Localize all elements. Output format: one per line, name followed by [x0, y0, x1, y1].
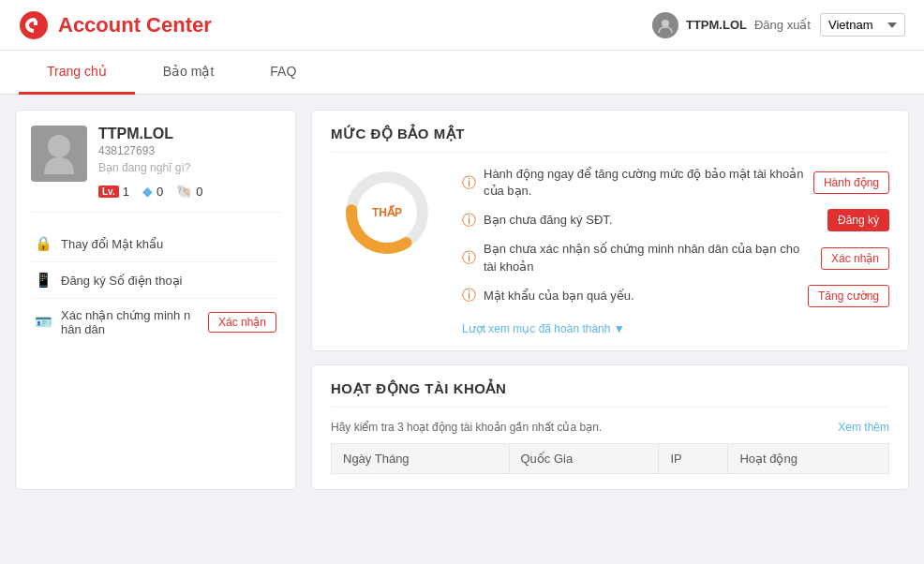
shell-icon: 🐚 [176, 184, 192, 199]
user-avatar-small [652, 12, 678, 38]
diamond-stat: ◆ 0 [142, 184, 163, 199]
menu-label-id: Xác nhận chứng minh nhân dân [61, 308, 199, 336]
user-info: TTPM.LOL Đăng xuất [652, 12, 811, 38]
menu-item-phone[interactable]: 📱 Đăng ký Số điện thoại [31, 262, 280, 299]
col-ip: IP [659, 443, 728, 473]
diamond-icon: ◆ [142, 184, 153, 199]
shell-stat: 🐚 0 [176, 184, 202, 199]
profile-id: 438127693 [98, 144, 280, 157]
profile-info: TTPM.LOL 438127693 Bạn đang nghĩ gì? Lv.… [98, 126, 280, 199]
profile-divider [31, 212, 280, 213]
warn-icon-3: ⓘ [462, 287, 476, 304]
security-content: THẤP ⓘ Hành động ngay để tăng cường mức … [331, 166, 889, 335]
lock-icon: 🔒 [35, 235, 52, 252]
profile-section: TTPM.LOL 438127693 Bạn đang nghĩ gì? Lv.… [31, 126, 280, 199]
col-country: Quốc Gia [509, 443, 659, 473]
menu-item-id-verify[interactable]: 🪪 Xác nhận chứng minh nhân dân Xác nhận [31, 299, 280, 346]
menu-items: 🔒 Thay đổi Mật khẩu 📱 Đăng ký Số điện th… [31, 226, 280, 346]
header-right: TTPM.LOL Đăng xuất Vietnam Thailand Indo… [652, 12, 905, 38]
security-level-label: THẤP [372, 206, 402, 219]
svg-point-2 [48, 135, 70, 157]
profile-status-placeholder: Bạn đang nghĩ gì? [98, 161, 280, 174]
avatar [31, 126, 87, 182]
menu-label-password: Thay đổi Mật khẩu [61, 237, 276, 251]
id-verify-button[interactable]: Xác nhận [208, 312, 276, 333]
action-btn-2[interactable]: Xác nhận [821, 247, 889, 270]
app-title: Account Center [58, 13, 212, 37]
action-btn-1[interactable]: Đăng ký [827, 209, 889, 231]
tab-trang-chu[interactable]: Trang chủ [19, 51, 135, 95]
level-value: 1 [123, 185, 129, 199]
action-btn-3[interactable]: Tăng cường [808, 285, 889, 307]
activity-table: Ngày Tháng Quốc Gia IP Hoạt động [331, 443, 889, 474]
header-username: TTPM.LOL [686, 18, 747, 32]
view-more-label: Lượt xem mục đã hoàn thành ▼ [462, 322, 625, 335]
activity-desc: Hãy kiểm tra 3 hoạt động tài khoản gần n… [331, 421, 602, 434]
security-item-1: ⓘ Bạn chưa đăng ký SĐT. Đăng ký [462, 209, 889, 231]
level-badge: Lv. [98, 186, 119, 198]
tab-faq[interactable]: FAQ [242, 51, 324, 95]
right-panel: MỨC ĐỘ BẢO MẬT THẤP [311, 110, 909, 490]
security-item-3: ⓘ Mật khẩu của bạn quá yếu. Tăng cường [462, 285, 889, 307]
menu-item-password[interactable]: 🔒 Thay đổi Mật khẩu [31, 226, 280, 262]
menu-label-phone: Đăng ký Số điện thoại [61, 274, 276, 288]
security-items: ⓘ Hành động ngay để tăng cường mức độ bả… [462, 166, 889, 335]
profile-name: TTPM.LOL [98, 126, 280, 142]
security-text-0: Hành động ngay để tăng cường mức độ bảo … [484, 166, 806, 200]
profile-stats: Lv. 1 ◆ 0 🐚 0 [98, 184, 280, 199]
country-select[interactable]: Vietnam Thailand Indonesia [820, 13, 905, 37]
svg-point-1 [662, 20, 669, 27]
phone-icon: 📱 [35, 272, 52, 289]
security-text-1: Bạn chưa đăng ký SĐT. [484, 212, 820, 229]
logout-button[interactable]: Đăng xuất [754, 18, 811, 32]
garena-logo-icon [19, 10, 49, 40]
diamond-value: 0 [156, 185, 163, 199]
main-content: TTPM.LOL 438127693 Bạn đang nghĩ gì? Lv.… [0, 95, 924, 505]
col-action: Hoạt động [728, 443, 889, 473]
col-date: Ngày Tháng [332, 443, 510, 473]
tab-bao-mat[interactable]: Bảo mật [135, 51, 243, 95]
left-panel: TTPM.LOL 438127693 Bạn đang nghĩ gì? Lv.… [15, 110, 296, 490]
security-chart: THẤP [331, 166, 443, 260]
security-text-2: Bạn chưa xác nhận số chứng minh nhân dân… [484, 241, 813, 275]
donut-chart: THẤP [340, 166, 434, 260]
id-card-icon: 🪪 [35, 314, 52, 331]
header: Account Center TTPM.LOL Đăng xuất Vietna… [0, 0, 924, 51]
security-item-2: ⓘ Bạn chưa xác nhận số chứng minh nhân d… [462, 241, 889, 275]
view-more-link[interactable]: Lượt xem mục đã hoàn thành ▼ [462, 322, 889, 335]
activity-card: HOẠT ĐỘNG TÀI KHOẢN Hãy kiểm tra 3 hoạt … [311, 364, 909, 490]
table-header-row: Ngày Tháng Quốc Gia IP Hoạt động [332, 443, 889, 473]
nav-tabs: Trang chủ Bảo mật FAQ [0, 51, 924, 95]
warn-icon-2: ⓘ [462, 249, 476, 267]
warn-icon-1: ⓘ [462, 212, 476, 230]
security-text-3: Mật khẩu của bạn quá yếu. [484, 288, 800, 304]
security-title: MỨC ĐỘ BẢO MẬT [331, 126, 889, 153]
level-stat: Lv. 1 [98, 185, 129, 199]
header-left: Account Center [19, 10, 212, 40]
activity-title: HOẠT ĐỘNG TÀI KHOẢN [331, 380, 889, 408]
security-card: MỨC ĐỘ BẢO MẬT THẤP [311, 110, 909, 351]
shell-value: 0 [196, 185, 202, 199]
activity-header: Hãy kiểm tra 3 hoạt động tài khoản gần n… [331, 421, 889, 434]
warn-icon-0: ⓘ [462, 174, 476, 192]
activity-view-more[interactable]: Xem thêm [838, 421, 889, 434]
action-btn-0[interactable]: Hành động [813, 171, 889, 194]
security-item-0: ⓘ Hành động ngay để tăng cường mức độ bả… [462, 166, 889, 200]
